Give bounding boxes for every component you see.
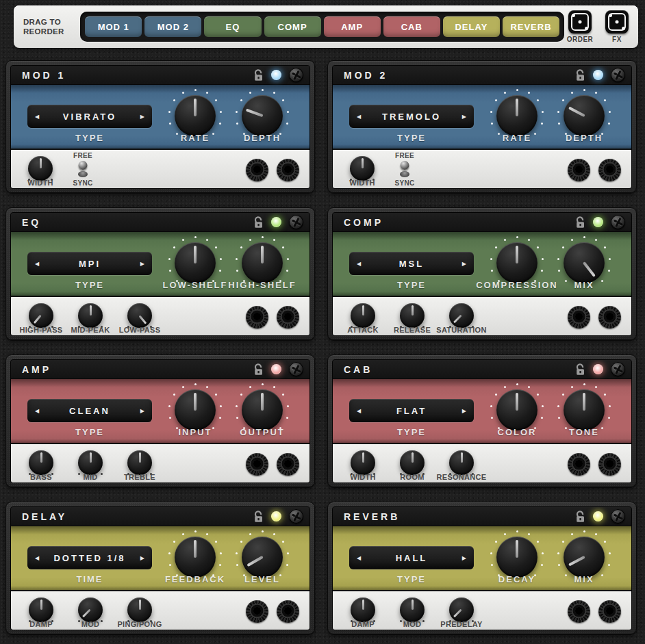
type-prev-arrow-icon[interactable]: ◀ <box>357 261 366 267</box>
tab-reverb[interactable]: REVERB <box>503 16 559 37</box>
knob-saturation[interactable] <box>449 303 474 328</box>
tab-mod-1[interactable]: MOD 1 <box>85 16 142 37</box>
type-selector[interactable]: ◀VIBRATO▶ <box>27 105 152 128</box>
knob-width[interactable] <box>28 156 53 181</box>
module-amp[interactable]: AMP◀CLEAN▶TYPEINPUTOUTPUTBASSMIDTREBLE <box>5 355 315 488</box>
type-selector[interactable]: ◀FLAT▶ <box>349 399 474 422</box>
power-led[interactable] <box>593 217 603 227</box>
tab-comp[interactable]: COMP <box>264 16 321 37</box>
knob-mix[interactable] <box>564 242 605 283</box>
type-selector[interactable]: ◀HALL▶ <box>349 546 474 569</box>
type-selector[interactable]: ◀MPI▶ <box>27 252 152 275</box>
jack-socket-2[interactable] <box>277 453 299 476</box>
type-next-arrow-icon[interactable]: ▶ <box>135 261 144 267</box>
knob-predelay[interactable] <box>449 597 474 622</box>
module-eq[interactable]: EQ◀MPI▶TYPELOW-SHELFHIGH-SHELFHIGH-PASSM… <box>5 207 315 341</box>
tab-mod-2[interactable]: MOD 2 <box>144 16 201 37</box>
power-led[interactable] <box>593 511 603 521</box>
knob-ping-pong[interactable] <box>127 597 152 622</box>
unlock-icon[interactable] <box>253 363 264 376</box>
knob-width[interactable] <box>350 156 375 181</box>
jack-socket-2[interactable] <box>598 600 621 623</box>
randomize-fx-button[interactable]: FX <box>601 10 633 43</box>
knob-input[interactable] <box>175 389 216 430</box>
tab-eq[interactable]: EQ <box>204 16 261 37</box>
jack-socket-1[interactable] <box>568 453 590 476</box>
knob-rate[interactable] <box>496 95 538 136</box>
knob-room[interactable] <box>400 450 425 475</box>
knob-mix[interactable] <box>564 537 605 578</box>
knob-mod[interactable] <box>78 597 103 622</box>
power-led[interactable] <box>271 70 281 80</box>
knob-damp[interactable] <box>351 597 375 622</box>
module-delay[interactable]: DELAY◀DOTTED 1/8▶TIMEFEEDBACKLEVELDAMPMO… <box>5 502 315 635</box>
jack-socket-1[interactable] <box>246 306 268 329</box>
knob-treble[interactable] <box>127 450 152 475</box>
jack-socket-2[interactable] <box>277 159 299 181</box>
type-prev-arrow-icon[interactable]: ◀ <box>35 408 45 414</box>
type-selector[interactable]: ◀MSL▶ <box>349 252 474 275</box>
knob-output[interactable] <box>242 389 283 430</box>
sync-toggle-switch[interactable] <box>399 160 411 178</box>
knob-resonance[interactable] <box>449 450 474 475</box>
knob-high-pass[interactable] <box>29 303 53 328</box>
type-prev-arrow-icon[interactable]: ◀ <box>35 261 45 267</box>
unlock-icon[interactable] <box>575 69 585 81</box>
knob-color[interactable] <box>496 389 538 430</box>
unlock-icon[interactable] <box>575 511 585 523</box>
knob-tone[interactable] <box>564 389 605 430</box>
jack-socket-2[interactable] <box>598 159 621 181</box>
knob-low-shelf[interactable] <box>175 242 216 283</box>
randomize-order-button[interactable]: ORDER <box>564 10 596 43</box>
knob-width[interactable] <box>351 450 375 475</box>
power-led[interactable] <box>593 70 603 80</box>
type-next-arrow-icon[interactable]: ▶ <box>135 114 144 120</box>
type-next-arrow-icon[interactable]: ▶ <box>457 114 466 120</box>
type-prev-arrow-icon[interactable]: ◀ <box>357 114 366 120</box>
tab-delay[interactable]: DELAY <box>443 16 500 37</box>
type-prev-arrow-icon[interactable]: ◀ <box>357 408 366 414</box>
knob-depth[interactable] <box>242 95 283 136</box>
sync-toggle-switch[interactable] <box>77 160 89 178</box>
module-mod-1[interactable]: MOD 1◀VIBRATO▶TYPERATEDEPTHWIDTHFREESYNC <box>5 60 315 194</box>
knob-depth[interactable] <box>564 95 605 136</box>
type-prev-arrow-icon[interactable]: ◀ <box>35 114 45 120</box>
knob-bass[interactable] <box>29 450 53 475</box>
type-selector[interactable]: ◀DOTTED 1/8▶ <box>27 546 152 569</box>
unlock-icon[interactable] <box>253 216 264 229</box>
knob-feedback[interactable] <box>175 537 216 578</box>
type-prev-arrow-icon[interactable]: ◀ <box>357 555 366 561</box>
type-next-arrow-icon[interactable]: ▶ <box>457 555 466 561</box>
jack-socket-1[interactable] <box>568 159 590 181</box>
knob-mod[interactable] <box>400 597 425 622</box>
module-comp[interactable]: COMP◀MSL▶TYPECOMPRESSIONMIXATTACKRELEASE… <box>327 207 637 341</box>
jack-socket-1[interactable] <box>246 600 268 623</box>
knob-attack[interactable] <box>351 303 375 328</box>
knob-decay[interactable] <box>496 537 538 578</box>
jack-socket-1[interactable] <box>246 453 268 476</box>
unlock-icon[interactable] <box>575 216 585 229</box>
jack-socket-1[interactable] <box>246 159 268 181</box>
knob-damp[interactable] <box>29 597 53 622</box>
type-selector[interactable]: ◀CLEAN▶ <box>27 399 152 422</box>
power-led[interactable] <box>593 364 603 374</box>
jack-socket-1[interactable] <box>568 600 590 623</box>
tab-amp[interactable]: AMP <box>324 16 381 37</box>
jack-socket-2[interactable] <box>598 306 621 329</box>
module-mod-2[interactable]: MOD 2◀TREMOLO▶TYPERATEDEPTHWIDTHFREESYNC <box>327 60 637 194</box>
type-next-arrow-icon[interactable]: ▶ <box>135 555 144 561</box>
type-next-arrow-icon[interactable]: ▶ <box>135 408 144 414</box>
type-next-arrow-icon[interactable]: ▶ <box>457 261 466 267</box>
power-led[interactable] <box>271 364 281 374</box>
knob-mid-peak[interactable] <box>78 303 103 328</box>
type-prev-arrow-icon[interactable]: ◀ <box>35 555 45 561</box>
knob-low-pass[interactable] <box>127 303 152 328</box>
tab-cab[interactable]: CAB <box>383 16 440 37</box>
jack-socket-2[interactable] <box>598 453 621 476</box>
knob-release[interactable] <box>400 303 425 328</box>
knob-mid[interactable] <box>78 450 103 475</box>
unlock-icon[interactable] <box>575 363 585 376</box>
knob-compression[interactable] <box>496 242 538 283</box>
module-reverb[interactable]: REVERB◀HALL▶TYPEDECAYMIXDAMPMODPREDELAY <box>327 502 637 635</box>
type-selector[interactable]: ◀TREMOLO▶ <box>349 105 474 128</box>
